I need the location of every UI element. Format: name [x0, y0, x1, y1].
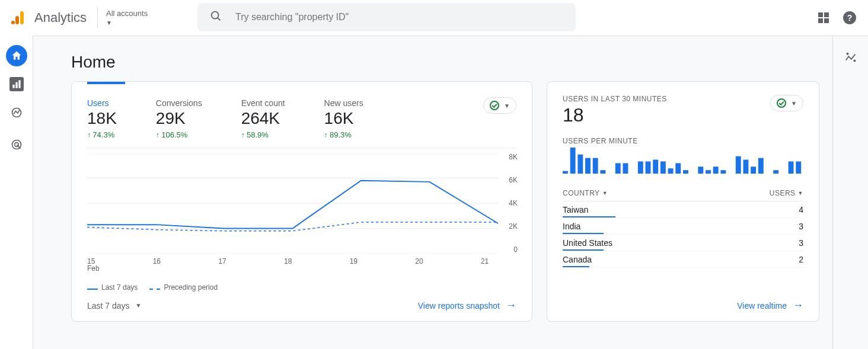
apps-icon[interactable]	[818, 12, 829, 23]
left-nav	[0, 36, 33, 349]
link-label: View reports snapshot	[418, 301, 500, 310]
app-header: Analytics All accounts ▼ ?	[0, 0, 868, 36]
analytics-logo-icon	[11, 10, 26, 25]
table-row[interactable]: Canada2	[563, 251, 803, 268]
svg-rect-7	[18, 80, 20, 88]
table-row[interactable]: United States3	[563, 235, 803, 251]
svg-point-49	[854, 60, 855, 61]
arrow-right-icon: →	[793, 299, 803, 312]
svg-rect-26	[638, 161, 643, 174]
svg-rect-1	[15, 16, 19, 24]
svg-rect-31	[675, 163, 681, 174]
kpi-conversions[interactable]: Conversions29K106.5%	[156, 98, 202, 139]
link-label: View realtime	[737, 301, 787, 310]
account-picker[interactable]: All accounts ▼	[106, 9, 148, 27]
insights-rail	[832, 36, 868, 349]
legend-current: Last 7 days	[87, 283, 138, 292]
svg-rect-32	[683, 170, 688, 174]
y-axis-labels: 8K6K4K2K0	[500, 153, 518, 254]
col-users[interactable]: USERS▼	[770, 189, 803, 197]
chevron-down-icon: ▼	[136, 302, 142, 309]
svg-line-4	[218, 18, 220, 20]
page-title: Home	[71, 53, 868, 72]
svg-rect-17	[570, 148, 576, 174]
trend-chart: 8K6K4K2K0	[87, 153, 516, 254]
table-row[interactable]: Taiwan4	[563, 201, 803, 218]
svg-rect-18	[577, 155, 583, 174]
col-country[interactable]: COUNTRY▼	[563, 189, 608, 197]
kpi-users[interactable]: Users18K74.3%	[87, 98, 117, 139]
table-row[interactable]: India3	[563, 218, 803, 235]
nav-reports[interactable]	[9, 77, 24, 91]
main-content: Home ▼ Users18K74.3%Conversions29K106.5%…	[33, 36, 868, 349]
checkmark-icon	[490, 101, 499, 110]
chevron-down-icon: ▼	[791, 100, 797, 107]
header-actions: ?	[818, 11, 856, 24]
kpi-new-users[interactable]: New users16K89.3%	[324, 98, 363, 139]
svg-rect-34	[698, 167, 703, 174]
nav-explore[interactable]	[6, 102, 27, 123]
realtime-subtitle: USERS PER MINUTE	[563, 137, 803, 145]
status-dropdown[interactable]: ▼	[483, 97, 516, 114]
svg-rect-37	[720, 170, 726, 174]
account-picker-label: All accounts	[106, 9, 148, 18]
brand-label: Analytics	[34, 10, 87, 25]
svg-rect-21	[600, 170, 605, 174]
kpi-event-count[interactable]: Event count264K58.9%	[241, 98, 285, 139]
header-divider	[97, 7, 98, 28]
svg-rect-23	[615, 163, 621, 174]
legend-previous: Preceding period	[149, 283, 218, 292]
nav-advertising[interactable]	[6, 134, 27, 155]
kpi-row: Users18K74.3%Conversions29K106.5%Event c…	[87, 82, 516, 139]
svg-rect-24	[623, 163, 628, 174]
search-input[interactable]	[234, 11, 564, 23]
svg-rect-39	[736, 156, 741, 174]
svg-point-2	[11, 21, 15, 24]
realtime-table-header: COUNTRY▼ USERS▼	[563, 189, 803, 201]
realtime-value: 18	[563, 104, 803, 126]
overview-card: ▼ Users18K74.3%Conversions29K106.5%Event…	[71, 81, 532, 322]
realtime-card: ▼ USERS IN LAST 30 MINUTES 18 USERS PER …	[547, 81, 819, 322]
chevron-down-icon: ▼	[504, 103, 510, 109]
svg-rect-5	[12, 85, 14, 88]
chevron-down-icon: ▼	[106, 20, 112, 27]
status-dropdown[interactable]: ▼	[770, 95, 803, 111]
active-tab-indicator	[87, 82, 125, 84]
svg-rect-19	[585, 158, 591, 174]
view-reports-link[interactable]: View reports snapshot →	[418, 299, 516, 312]
chart-legend: Last 7 days Preceding period	[87, 283, 516, 292]
svg-rect-30	[668, 168, 674, 174]
svg-rect-46	[789, 161, 794, 174]
svg-rect-40	[743, 160, 749, 174]
divider	[87, 148, 516, 148]
logo-block: Analytics	[9, 10, 87, 25]
checkmark-icon	[777, 98, 786, 108]
svg-point-3	[212, 12, 219, 19]
realtime-title: USERS IN LAST 30 MINUTES	[563, 95, 803, 103]
view-realtime-link[interactable]: View realtime →	[737, 299, 803, 312]
date-range-label: Last 7 days	[87, 301, 130, 310]
svg-rect-28	[653, 160, 658, 174]
svg-rect-6	[15, 82, 17, 88]
svg-rect-41	[751, 167, 756, 174]
nav-home[interactable]	[6, 45, 27, 66]
x-axis-month: Feb	[87, 264, 516, 273]
sparkline-chart	[563, 148, 803, 174]
svg-point-48	[847, 53, 848, 55]
svg-rect-0	[20, 11, 24, 24]
svg-rect-44	[773, 170, 778, 174]
svg-rect-36	[713, 167, 719, 174]
svg-rect-35	[706, 170, 711, 174]
svg-rect-42	[758, 158, 764, 174]
svg-rect-47	[796, 161, 801, 174]
insights-icon[interactable]	[844, 52, 857, 349]
help-icon[interactable]: ?	[843, 11, 856, 24]
svg-rect-27	[646, 161, 651, 174]
realtime-table-body: Taiwan4India3United States3Canada2	[563, 201, 803, 268]
search-bar[interactable]	[197, 3, 576, 31]
search-icon	[209, 9, 222, 25]
svg-rect-20	[593, 158, 598, 174]
svg-rect-16	[563, 171, 568, 174]
arrow-right-icon: →	[506, 299, 516, 312]
date-range-select[interactable]: Last 7 days ▼	[87, 301, 142, 310]
